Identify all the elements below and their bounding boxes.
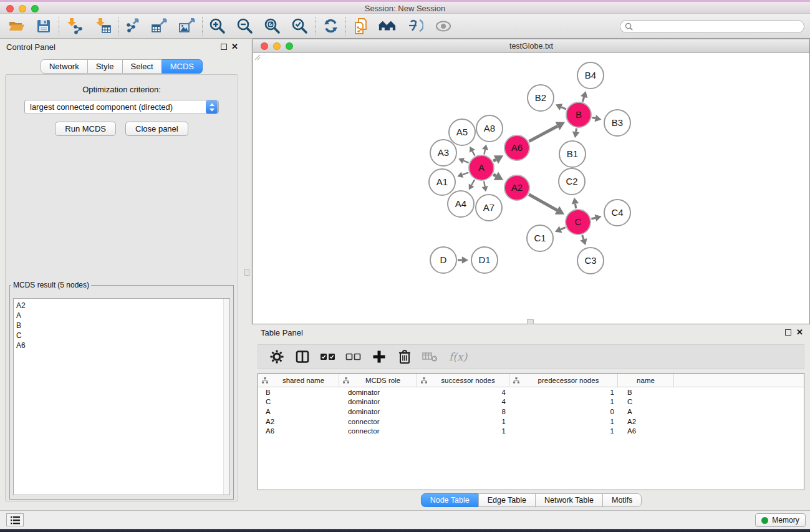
close-panel-button[interactable]: Close panel (125, 122, 188, 136)
splitter-handle-vertical[interactable] (244, 269, 249, 276)
result-item-a6[interactable]: A6 (16, 341, 223, 351)
task-history-button[interactable] (6, 513, 24, 526)
table-tab-network-table[interactable]: Network Table (535, 493, 603, 507)
table-cell[interactable]: 0 (509, 408, 618, 415)
column-view-icon[interactable] (294, 349, 311, 365)
tab-select[interactable]: Select (122, 59, 162, 74)
network-canvas[interactable]: B4B2BB3A8A5A6A3B1AC2A1A2A4A7C4CC1DD1C3 (253, 53, 809, 324)
table-cell[interactable]: C (258, 398, 339, 405)
criterion-dropdown[interactable]: largest connected component (directed) (24, 100, 219, 114)
network-graph[interactable]: B4B2BB3A8A5A6A3B1AC2A1A2A4A7C4CC1DD1C3 (253, 53, 809, 324)
table-cell[interactable]: 1 (509, 418, 618, 425)
table-tab-node-table[interactable]: Node Table (421, 493, 479, 507)
graph-edge-C-C4[interactable] (591, 218, 595, 219)
graph-edge-A-A6[interactable] (493, 160, 496, 161)
result-list-scrollbar[interactable] (223, 299, 229, 495)
table-cell[interactable]: 1 (509, 398, 618, 405)
export-network-icon[interactable] (125, 17, 142, 35)
table-cell[interactable]: A6 (258, 427, 339, 435)
zoom-selected-icon[interactable] (291, 17, 309, 35)
graph-edge-A-A7[interactable] (484, 181, 485, 186)
result-item-a[interactable]: A (16, 311, 223, 321)
table-cell[interactable]: A (618, 408, 674, 415)
result-item-c[interactable]: C (16, 331, 223, 341)
table-cell[interactable]: 1 (417, 427, 509, 435)
graph-edge-B-B2[interactable] (561, 107, 566, 109)
graph-edge-A-A2[interactable] (493, 175, 496, 176)
search-box[interactable] (620, 20, 804, 33)
memory-button[interactable]: Memory (755, 513, 806, 527)
graph-edge-A2-C[interactable] (529, 195, 557, 210)
table-cell[interactable]: 8 (417, 408, 509, 415)
column-header-name[interactable]: name (618, 374, 674, 387)
table-cell[interactable]: A6 (618, 427, 674, 435)
save-session-icon[interactable] (35, 17, 52, 35)
table-cell[interactable]: A (258, 408, 339, 415)
table-cell[interactable]: 4 (417, 398, 509, 405)
tab-style[interactable]: Style (87, 59, 123, 74)
add-column-icon[interactable] (371, 349, 387, 365)
close-panel-icon[interactable]: ✕ (231, 42, 238, 52)
result-item-b[interactable]: B (16, 321, 223, 331)
table-row[interactable]: A2connector11A2 (258, 417, 804, 427)
table-cell[interactable]: C (618, 398, 674, 405)
result-item-a2[interactable]: A2 (16, 301, 223, 311)
column-header-shared-name[interactable]: shared name (258, 374, 339, 387)
table-cell[interactable]: connector (339, 418, 417, 425)
table-cell[interactable]: dominator (339, 389, 417, 396)
trash-icon[interactable] (397, 349, 413, 365)
column-header-predecessor-nodes[interactable]: predecessor nodes (509, 374, 618, 387)
import-network-icon[interactable] (65, 17, 83, 35)
tab-network[interactable]: Network (41, 59, 88, 74)
graph-edge-B-B4[interactable] (582, 97, 584, 102)
deselect-all-icon[interactable] (345, 349, 362, 365)
tab-mcds[interactable]: MCDS (162, 59, 203, 74)
table-row[interactable]: Cdominator41C (258, 397, 804, 407)
export-image-icon[interactable] (178, 17, 196, 35)
import-table-icon[interactable] (94, 17, 112, 35)
splitter-handle-horizontal[interactable] (527, 319, 534, 324)
clone-network-icon[interactable] (352, 17, 370, 35)
table-cell[interactable]: 1 (509, 389, 618, 396)
graph-edge-C-C2[interactable] (575, 204, 576, 209)
resize-grip-icon[interactable] (253, 53, 261, 60)
open-session-icon[interactable] (7, 17, 25, 35)
zoom-in-icon[interactable] (209, 17, 226, 35)
graph-edge-A6-B[interactable] (529, 126, 557, 141)
graph-edge-B-B1[interactable] (576, 128, 577, 132)
column-header-mcds-role[interactable]: MCDS role (339, 374, 417, 387)
search-input[interactable] (635, 22, 804, 32)
run-mcds-button[interactable]: Run MCDS (55, 122, 116, 136)
graph-edge-A-A4[interactable] (471, 180, 475, 185)
table-row[interactable]: Adominator80A (258, 407, 804, 417)
double-home-icon[interactable] (378, 17, 396, 35)
graph-edge-A-A8[interactable] (484, 150, 485, 155)
graph-edge-C-C3[interactable] (582, 235, 584, 239)
graph-edge-A-A5[interactable] (473, 151, 475, 155)
float-panel-icon[interactable] (221, 44, 227, 50)
gear-icon[interactable] (269, 349, 285, 365)
graph-edge-A-A1[interactable] (462, 173, 468, 175)
table-cell[interactable]: dominator (339, 398, 417, 405)
graph-edge-C-C1[interactable] (561, 228, 566, 230)
hide-labels-icon[interactable] (406, 17, 423, 35)
table-float-icon[interactable] (785, 329, 791, 336)
table-cell[interactable]: B (618, 389, 674, 396)
refresh-icon[interactable] (322, 17, 339, 35)
table-cell[interactable]: B (258, 389, 339, 396)
table-row[interactable]: Bdominator41B (258, 387, 804, 397)
table-close-icon[interactable]: ✕ (796, 327, 803, 337)
table-cell[interactable]: A2 (618, 418, 674, 425)
table-cell[interactable]: 1 (417, 418, 509, 425)
graph-edge-A-A3[interactable] (463, 161, 468, 163)
table-row[interactable]: A6connector11A6 (258, 426, 804, 436)
table-cell[interactable]: A2 (258, 418, 339, 425)
graph-edge-B-B3[interactable] (592, 118, 595, 118)
table-tab-motifs[interactable]: Motifs (602, 493, 642, 507)
export-table-icon[interactable] (151, 17, 168, 35)
zoom-fit-icon[interactable] (264, 17, 281, 35)
table-cell[interactable]: connector (339, 427, 417, 435)
column-header-successor-nodes[interactable]: successor nodes (417, 374, 509, 387)
table-tab-edge-table[interactable]: Edge Table (478, 493, 536, 507)
table-cell[interactable]: 1 (509, 427, 618, 435)
